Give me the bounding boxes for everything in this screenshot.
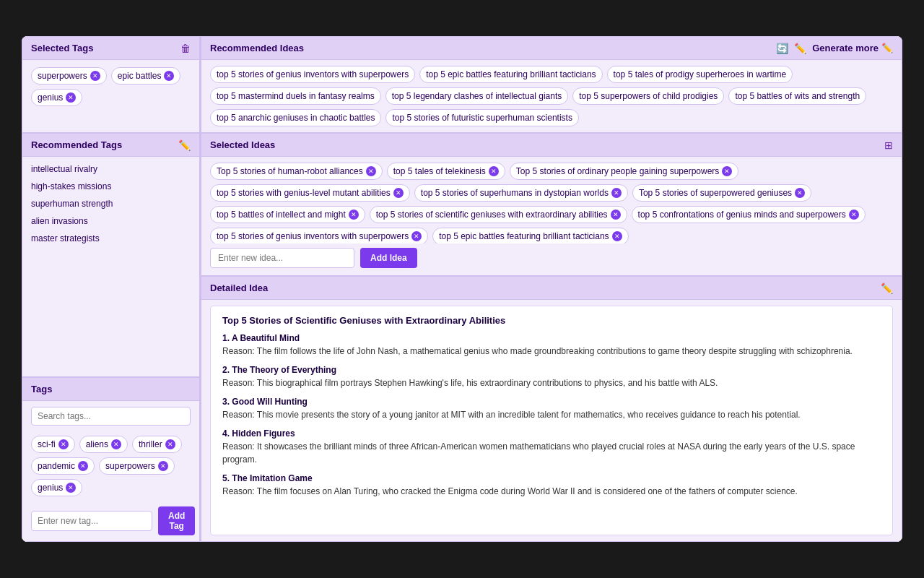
chip-label: superpowers	[38, 71, 87, 81]
edit-detailed-idea-button[interactable]: ✏️	[881, 283, 893, 293]
remove-idea-button[interactable]: ✕	[393, 188, 404, 198]
chip-label: top 5 battles of intellect and might	[217, 210, 346, 220]
detail-item-reason: Reason: The film focuses on Alan Turing,…	[222, 485, 881, 498]
selected-ideas-header: Selected Ideas ⊞	[201, 134, 902, 157]
remove-chip-button[interactable]: ✕	[78, 461, 88, 471]
chip-label: aliens	[86, 439, 108, 449]
remove-tag-button[interactable]: ✕	[164, 71, 174, 81]
selected-idea-chip: Top 5 stories of ordinary people gaining…	[510, 163, 739, 180]
main-container: Selected Tags 🗑 superpowers✕epic battles…	[22, 36, 902, 542]
detailed-idea-title: Detailed Idea	[210, 282, 268, 293]
grid-view-button[interactable]: ⊞	[884, 140, 893, 150]
recommended-tag-item[interactable]: high-stakes missions	[31, 180, 191, 193]
remove-idea-button[interactable]: ✕	[349, 210, 359, 220]
tags-chips-area: sci-fi✕aliens✕thriller✕pandemic✕superpow…	[22, 431, 199, 501]
remove-idea-button[interactable]: ✕	[849, 210, 859, 220]
new-tag-input[interactable]	[31, 511, 152, 531]
add-tag-button[interactable]: Add Tag	[158, 506, 195, 535]
remove-idea-button[interactable]: ✕	[411, 231, 422, 241]
selected-idea-chip: top 5 stories with genius-level mutant a…	[210, 184, 410, 202]
selected-tags-panel: Selected Tags 🗑 superpowers✕epic battles…	[22, 36, 200, 133]
recommended-idea-chip[interactable]: top 5 superpowers of child prodigies	[572, 87, 724, 105]
recommended-idea-chip[interactable]: top 5 stories of genius inventors with s…	[210, 66, 415, 83]
recommended-idea-chip[interactable]: top 5 legendary clashes of intellectual …	[385, 87, 568, 105]
remove-tag-button[interactable]: ✕	[90, 71, 100, 81]
recommended-ideas-title: Recommended Ideas	[210, 43, 304, 53]
recommended-idea-chip[interactable]: top 5 mastermind duels in fantasy realms	[210, 87, 381, 105]
recommended-idea-chip[interactable]: top 5 stories of futuristic superhuman s…	[385, 109, 578, 126]
recommended-tags-header: Recommended Tags ✏️	[22, 134, 199, 157]
remove-chip-button[interactable]: ✕	[111, 439, 121, 449]
recommended-idea-chip[interactable]: top 5 epic battles featuring brilliant t…	[419, 66, 602, 83]
remove-idea-button[interactable]: ✕	[366, 166, 376, 176]
tags-title: Tags	[31, 384, 52, 394]
selected-idea-chip: top 5 stories of superhumans in dystopia…	[414, 184, 628, 202]
chip-label: top 5 tales of telekinesis	[393, 166, 486, 176]
recommended-tag-item[interactable]: master strategists	[31, 232, 191, 245]
detail-item: 5. The Imitation Game Reason: The film f…	[222, 473, 881, 498]
selected-idea-chip: Top 5 stories of human-robot alliances✕	[210, 163, 383, 180]
remove-idea-button[interactable]: ✕	[611, 188, 622, 198]
remove-idea-button[interactable]: ✕	[722, 166, 732, 176]
recommended-tag-item[interactable]: intellectual rivalry	[31, 163, 191, 176]
selected-idea-chip: Top 5 stories of superpowered geniuses✕	[632, 184, 811, 202]
detail-item-title: 3. Good Will Hunting	[222, 397, 881, 407]
delete-selected-tags-button[interactable]: 🗑	[180, 43, 191, 53]
recommended-tags-list: intellectual rivalryhigh-stakes missions…	[22, 157, 199, 376]
edit-recommended-tags-button[interactable]: ✏️	[178, 140, 191, 150]
chip-label: top 5 stories of superhumans in dystopia…	[421, 188, 609, 198]
selected-tag-chip: superpowers✕	[31, 67, 107, 85]
detail-item-reason: Reason: This biographical film portrays …	[222, 376, 881, 389]
remove-idea-button[interactable]: ✕	[795, 188, 805, 198]
selected-idea-chip: top 5 stories of genius inventors with s…	[210, 228, 428, 243]
edit-ideas-button[interactable]: ✏️	[794, 43, 806, 53]
selected-idea-chip: top 5 epic battles featuring brilliant t…	[432, 228, 628, 243]
add-idea-button[interactable]: Add Idea	[360, 248, 417, 268]
recommended-ideas-header: Recommended Ideas 🔄 ✏️ Generate more ✏️	[201, 37, 902, 60]
detail-item: 2. The Theory of Everything Reason: This…	[222, 365, 881, 389]
selected-tags-header: Selected Tags 🗑	[22, 37, 199, 60]
detailed-idea-content: Top 5 Stories of Scientific Geniuses wit…	[210, 306, 893, 535]
chip-label: Top 5 stories of superpowered geniuses	[639, 188, 792, 198]
remove-idea-button[interactable]: ✕	[612, 231, 622, 241]
chip-label: superpowers	[105, 461, 155, 471]
selected-idea-chip: top 5 confrontations of genius minds and…	[632, 206, 866, 223]
detail-item-reason: Reason: It showcases the brilliant minds…	[222, 440, 881, 466]
detail-item: 4. Hidden Figures Reason: It showcases t…	[222, 428, 881, 466]
tag-chip: thriller✕	[132, 436, 182, 453]
recommended-tag-item[interactable]: alien invasions	[31, 215, 191, 228]
tag-chip: aliens✕	[79, 436, 128, 453]
chip-label: top 5 stories of scientific geniuses wit…	[376, 210, 608, 220]
remove-idea-button[interactable]: ✕	[611, 210, 621, 220]
refresh-ideas-button[interactable]: 🔄	[776, 43, 788, 53]
remove-chip-button[interactable]: ✕	[165, 439, 175, 449]
chip-label: top 5 stories with genius-level mutant a…	[217, 188, 391, 198]
recommended-idea-chip[interactable]: top 5 battles of wits and strength	[728, 87, 866, 105]
chip-label: sci-fi	[38, 439, 56, 449]
detail-item: 3. Good Will Hunting Reason: This movie …	[222, 397, 881, 421]
detailed-idea-header: Detailed Idea ✏️	[201, 277, 902, 300]
recommended-tag-item[interactable]: superhuman strength	[31, 197, 191, 210]
remove-chip-button[interactable]: ✕	[58, 439, 69, 449]
add-idea-row: Add Idea	[201, 243, 902, 275]
detail-item-reason: Reason: This movie presents the story of…	[222, 408, 881, 421]
selected-tags-title: Selected Tags	[31, 43, 93, 53]
new-idea-input[interactable]	[210, 248, 354, 268]
recommended-idea-chip[interactable]: top 5 anarchic geniuses in chaotic battl…	[210, 109, 381, 126]
generate-more-button[interactable]: Generate more ✏️	[812, 43, 893, 53]
recommended-ideas-icons: 🔄 ✏️ Generate more ✏️	[776, 43, 893, 53]
remove-chip-button[interactable]: ✕	[158, 461, 168, 471]
generate-more-icon: ✏️	[881, 43, 893, 53]
remove-tag-button[interactable]: ✕	[66, 92, 76, 103]
tags-panel: Tags sci-fi✕aliens✕thriller✕pandemic✕sup…	[22, 377, 200, 542]
detail-item-title: 2. The Theory of Everything	[222, 365, 881, 375]
recommended-idea-chip[interactable]: top 5 tales of prodigy superheroes in wa…	[607, 66, 793, 83]
chip-label: genius	[38, 92, 63, 103]
chip-label: Top 5 stories of human-robot alliances	[217, 166, 363, 176]
selected-tag-chip: epic battles✕	[111, 67, 181, 85]
search-tags-input[interactable]	[31, 407, 191, 426]
tags-search-area	[22, 401, 199, 431]
remove-chip-button[interactable]: ✕	[66, 483, 76, 493]
left-column: Selected Tags 🗑 superpowers✕epic battles…	[22, 36, 201, 542]
remove-idea-button[interactable]: ✕	[489, 166, 499, 176]
